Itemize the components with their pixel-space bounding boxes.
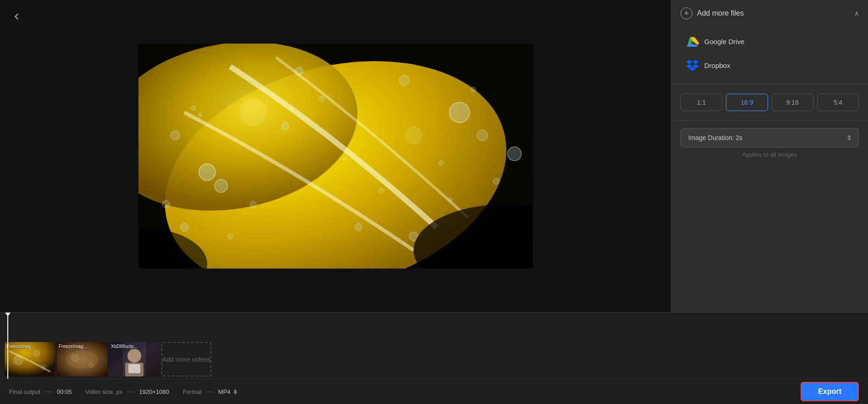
svg-point-20 <box>448 197 453 202</box>
sidebar-spacer <box>671 165 868 312</box>
video-size-dash: — <box>127 387 134 396</box>
svg-point-22 <box>343 157 347 160</box>
svg-point-28 <box>239 99 267 126</box>
ratio-9-16-button[interactable]: 9:16 <box>772 94 813 111</box>
format-selector-arrows[interactable] <box>233 389 237 394</box>
add-files-left: + Add more files <box>680 7 744 19</box>
ratio-buttons: 1:1 16:9 9:16 5:4 <box>680 94 859 111</box>
svg-point-24 <box>439 161 443 165</box>
clip-item[interactable]: XbDl6fuoIp... <box>109 342 160 376</box>
back-button[interactable] <box>9 9 24 24</box>
svg-rect-46 <box>146 342 160 376</box>
svg-point-27 <box>180 223 188 231</box>
dropbox-icon <box>686 59 699 72</box>
final-output-item: Final output — 00:05 <box>9 387 72 396</box>
dropbox-item[interactable]: Dropbox <box>680 54 859 76</box>
format-arrow-up-icon <box>233 389 237 392</box>
svg-point-9 <box>162 201 170 208</box>
applies-to-all-text: Applies to all images <box>680 151 859 158</box>
add-files-label: Add more files <box>697 9 744 17</box>
svg-rect-44 <box>128 364 140 373</box>
google-drive-label: Google Drive <box>704 38 745 45</box>
plus-circle-icon: + <box>680 7 692 19</box>
video-size-value: 1920×1080 <box>139 388 169 395</box>
duration-arrows <box>847 135 851 140</box>
final-output-dash: — <box>45 387 52 396</box>
aspect-ratio-section: 1:1 16:9 9:16 5:4 <box>671 84 868 120</box>
ratio-16-9-button[interactable]: 16:9 <box>726 94 768 111</box>
ratio-5-4-button[interactable]: 5:4 <box>817 94 859 111</box>
google-drive-icon <box>686 35 699 48</box>
google-drive-item[interactable]: Google Drive <box>680 30 859 52</box>
svg-point-10 <box>295 67 303 75</box>
svg-point-14 <box>355 224 362 231</box>
arrow-up-icon <box>847 135 851 137</box>
svg-point-25 <box>282 123 289 130</box>
svg-point-16 <box>227 234 233 239</box>
svg-point-8 <box>171 131 180 140</box>
format-value: MP4 <box>218 388 231 395</box>
add-videos-label: Add more videos <box>162 356 210 363</box>
svg-point-11 <box>399 75 409 85</box>
svg-point-26 <box>470 87 476 92</box>
svg-point-13 <box>508 147 521 161</box>
svg-point-17 <box>191 106 196 110</box>
arrow-down-icon <box>847 138 851 140</box>
sidebar: + Add more files ∧ Google Drive <box>671 0 868 312</box>
duration-label: Image Duration: 2s <box>688 134 742 141</box>
svg-point-19 <box>319 96 325 101</box>
svg-point-40 <box>66 350 98 369</box>
ratio-1-1-button[interactable]: 1:1 <box>680 94 722 111</box>
preview-image <box>138 44 533 269</box>
duration-select[interactable]: Image Duration: 2s <box>680 128 859 147</box>
add-files-section: + Add more files ∧ Google Drive <box>671 0 868 84</box>
timeline-scrubber[interactable] <box>7 313 8 379</box>
clip-item[interactable]: FreezeImag... <box>5 342 55 376</box>
add-videos-zone[interactable]: Add more videos <box>161 342 211 376</box>
format-label: Format <box>183 388 202 395</box>
video-size-item: Video size, px — 1920×1080 <box>85 387 169 396</box>
dropbox-label: Dropbox <box>704 62 730 69</box>
video-size-label: Video size, px <box>85 388 122 395</box>
add-files-header[interactable]: + Add more files ∧ <box>671 0 868 27</box>
timeline-area: FreezeImag... FreezeImag... <box>0 312 868 379</box>
svg-point-6 <box>449 102 470 123</box>
clip-label: XbDl6fuoIp... <box>111 344 138 349</box>
cloud-services: Google Drive Dropbox <box>671 27 868 84</box>
clip-label: FreezeImag... <box>6 344 35 349</box>
duration-section: Image Duration: 2s Applies to all images <box>671 121 868 165</box>
clip-item[interactable]: FreezeImag... <box>57 342 107 376</box>
svg-point-42 <box>127 349 141 363</box>
bottom-info: Final output — 00:05 Video size, px — 19… <box>9 387 801 396</box>
svg-point-21 <box>250 201 256 208</box>
preview-area <box>0 0 671 312</box>
format-dash: — <box>206 387 214 396</box>
final-output-label: Final output <box>9 388 40 395</box>
svg-point-7 <box>477 130 488 141</box>
chevron-up-icon: ∧ <box>854 10 859 17</box>
clips-container: FreezeImag... FreezeImag... <box>0 313 221 381</box>
svg-point-12 <box>493 178 499 185</box>
svg-point-35 <box>33 350 40 357</box>
bottom-bar: Final output — 00:05 Video size, px — 19… <box>0 379 868 404</box>
svg-point-29 <box>404 126 423 145</box>
format-item: Format — MP4 <box>183 387 237 396</box>
main-area: + Add more files ∧ Google Drive <box>0 0 868 312</box>
svg-point-18 <box>199 113 202 117</box>
format-arrow-down-icon <box>233 392 237 394</box>
svg-point-23 <box>379 188 384 193</box>
clip-label: FreezeImag... <box>59 344 87 349</box>
svg-point-4 <box>199 164 216 180</box>
export-button[interactable]: Export <box>801 382 859 401</box>
final-output-value: 00:05 <box>57 388 72 395</box>
svg-point-5 <box>215 180 227 192</box>
